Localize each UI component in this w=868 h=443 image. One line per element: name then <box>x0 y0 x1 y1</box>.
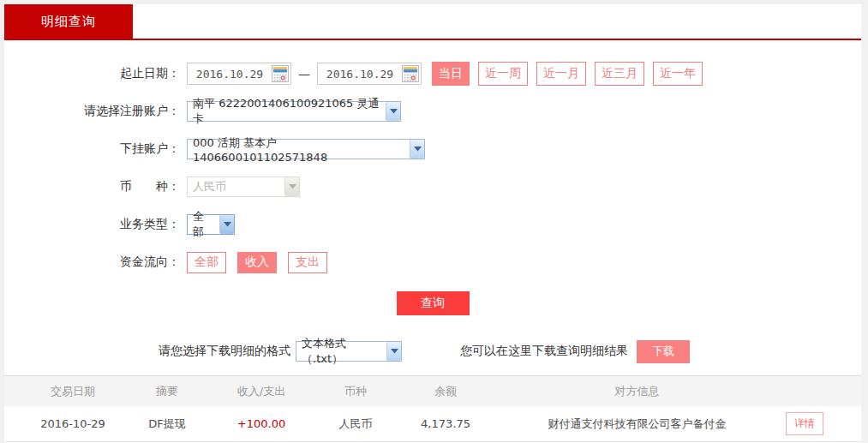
tab-bar: 明细查询 <box>4 4 861 40</box>
fund-flow-expense-button[interactable]: 支出 <box>288 252 327 273</box>
currency-label: 币 种： <box>4 179 180 195</box>
date-range-row: 起止日期： 2016.10.29 <box>4 62 861 86</box>
tab-underline <box>4 39 861 40</box>
calendar-icon[interactable] <box>272 65 289 82</box>
date-range-label: 起止日期： <box>4 66 180 81</box>
cell-party: 财付通支付科技有限公司客户备付金 <box>488 416 786 432</box>
currency-value: 人民币 <box>193 179 226 195</box>
download-format-select[interactable]: 文本格式（.txt） <box>296 341 402 362</box>
table-row: 2016-10-29 DF提现 +100.00 人民币 4,173.75 财付通… <box>4 406 861 442</box>
chevron-down-icon[interactable] <box>410 140 424 159</box>
download-hint-text: 您可以在这里下载查询明细结果 <box>460 344 628 359</box>
query-button-row: 查询 <box>4 291 861 315</box>
biz-type-label: 业务类型： <box>4 217 180 232</box>
quick-range-quarter-button[interactable]: 近三月 <box>595 62 644 86</box>
sub-account-select[interactable]: 000 活期 基本户 1406600101102571848 <box>187 139 425 159</box>
chevron-down-icon <box>284 177 299 196</box>
quick-range-today-button[interactable]: 当日 <box>432 62 470 86</box>
detail-query-panel: 明细查询 起止日期： 2016.10.29 <box>4 4 861 443</box>
tab-detail-query[interactable]: 明细查询 <box>4 4 133 39</box>
biz-type-value: 全部 <box>193 209 214 240</box>
cell-action: 详情 <box>786 412 861 435</box>
results-table: 交易日期 摘要 收入/支出 币种 余额 对方信息 2016-10-29 DF提现… <box>4 375 861 442</box>
fund-flow-all-button[interactable]: 全部 <box>187 252 226 273</box>
header-date: 交易日期 <box>26 384 120 399</box>
cell-balance: 4,173.75 <box>403 417 488 430</box>
download-format-label: 请您选择下载明细的格式 <box>159 344 290 359</box>
register-account-select[interactable]: 南平 6222001406100921065 灵通卡 <box>187 101 401 122</box>
chevron-down-icon[interactable] <box>386 102 400 121</box>
header-party: 对方信息 <box>488 384 786 399</box>
register-account-row: 请选择注册账户： 南平 6222001406100921065 灵通卡 <box>4 99 861 123</box>
chevron-down-icon[interactable] <box>219 215 234 234</box>
biz-type-select[interactable]: 全部 <box>187 214 235 235</box>
cell-summary: DF提现 <box>120 416 214 432</box>
date-from-input[interactable]: 2016.10.29 <box>187 63 291 85</box>
sub-account-value: 000 活期 基本户 1406600101102571848 <box>193 135 404 164</box>
fund-flow-income-button[interactable]: 收入 <box>237 252 277 273</box>
detail-button[interactable]: 详情 <box>786 412 823 435</box>
download-button[interactable]: 下载 <box>637 340 690 363</box>
download-format-value: 文本格式（.txt） <box>302 336 381 367</box>
cell-date: 2016-10-29 <box>26 417 120 430</box>
register-account-value: 南平 6222001406100921065 灵通卡 <box>193 96 380 127</box>
query-form: 起止日期： 2016.10.29 <box>4 40 861 363</box>
cell-amount: +100.00 <box>214 417 308 430</box>
header-amount: 收入/支出 <box>214 384 308 399</box>
download-row: 请您选择下载明细的格式 文本格式（.txt） 您可以在这里下载查询明细结果 下载 <box>4 339 861 363</box>
date-separator: — <box>298 67 310 81</box>
date-to-value: 2016.10.29 <box>318 68 402 81</box>
sub-account-label: 下挂账户： <box>4 141 180 157</box>
quick-range-month-button[interactable]: 近一月 <box>536 62 586 86</box>
currency-select: 人民币 <box>187 177 300 197</box>
query-button[interactable]: 查询 <box>397 291 470 315</box>
fund-flow-row: 资金流向： 全部 收入 支出 <box>4 250 861 274</box>
quick-range-year-button[interactable]: 近一年 <box>653 62 703 86</box>
header-currency: 币种 <box>308 384 403 399</box>
header-balance: 余额 <box>403 384 488 399</box>
fund-flow-label: 资金流向： <box>4 254 180 270</box>
register-account-label: 请选择注册账户： <box>4 104 180 119</box>
table-header-row: 交易日期 摘要 收入/支出 币种 余额 对方信息 <box>4 376 861 406</box>
biz-type-row: 业务类型： 全部 <box>4 213 861 236</box>
date-from-value: 2016.10.29 <box>188 68 272 81</box>
cell-currency: 人民币 <box>308 416 403 432</box>
chevron-down-icon[interactable] <box>386 342 401 361</box>
sub-account-row: 下挂账户： 000 活期 基本户 1406600101102571848 <box>4 137 861 161</box>
header-summary: 摘要 <box>120 384 214 399</box>
calendar-icon[interactable] <box>402 65 419 82</box>
quick-range-week-button[interactable]: 近一周 <box>478 62 528 86</box>
currency-row: 币 种： 人民币 <box>4 175 861 199</box>
date-to-input[interactable]: 2016.10.29 <box>317 63 422 85</box>
